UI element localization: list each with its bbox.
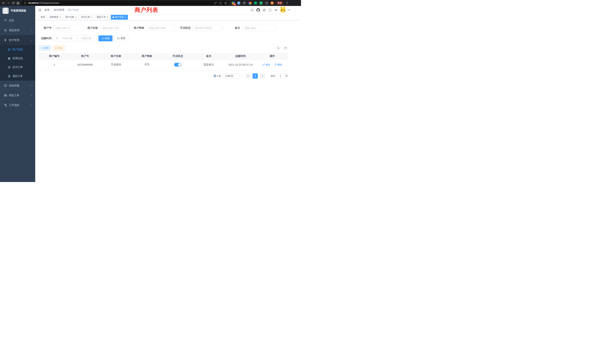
start-date-placeholder: 开始日期 [60, 37, 75, 40]
sidebar-item-system[interactable]: 系统管理 [0, 25, 35, 35]
tab-close-icon[interactable]: × [60, 16, 61, 18]
export-button[interactable]: 导出 [53, 45, 64, 51]
home-icon[interactable] [16, 0, 20, 5]
gear-icon [4, 29, 7, 32]
extension-icon-5[interactable] [254, 1, 257, 5]
column-header-actions: 操作 [257, 53, 288, 60]
edit-link[interactable]: 修改 [262, 63, 270, 66]
status-toggle[interactable] [174, 63, 182, 66]
tab-close-icon[interactable]: × [91, 16, 92, 18]
cell-full-name: 芋道源码 [100, 60, 131, 70]
tab-merchant-info[interactable]: 商户信息 × [111, 15, 128, 20]
tab-pay-order[interactable]: 支付订单 × [79, 15, 94, 20]
sidebar-item-home[interactable]: 首页 [0, 16, 35, 25]
column-header-short-name: 商户简称 [131, 53, 162, 60]
share-icon[interactable] [219, 2, 222, 4]
sidebar-item-pay-order[interactable]: 支付订单 [0, 63, 35, 72]
url-text[interactable]: localhost:1024/pay/merchant [28, 2, 212, 4]
chevron-down-icon [31, 104, 33, 106]
tab-close-icon[interactable]: × [75, 16, 76, 18]
filter-status: 开启状态 请选择开启状态 [180, 25, 223, 31]
extension-icon-1[interactable]: 10 [232, 1, 235, 5]
site-info-icon[interactable] [23, 2, 27, 4]
sidebar-item-workflow[interactable]: 工作流程 [0, 100, 35, 110]
forward-icon[interactable] [6, 0, 11, 5]
tab-close-icon[interactable]: × [107, 16, 108, 18]
refresh-table-button[interactable] [283, 45, 288, 51]
column-header-create-time: 创建时间 [224, 53, 257, 60]
sidebar-toggle-icon[interactable] [35, 6, 44, 14]
bookmark-star-icon[interactable] [224, 2, 228, 4]
app-logo[interactable]: 芋道管理系统 [0, 6, 35, 16]
sidebar-item-infrastructure[interactable]: 基础设施 [0, 81, 35, 90]
breadcrumb-current: 商户信息 [68, 8, 79, 12]
chevron-down-icon [31, 85, 33, 86]
reload-icon[interactable] [11, 0, 16, 5]
back-icon[interactable] [1, 0, 6, 5]
sidebar-item-merchant-info[interactable]: 商户信息 [0, 45, 35, 54]
tab-close-icon[interactable]: × [125, 16, 126, 18]
filter-create-time: 创建时间 开始日期 - 结束日期 [39, 35, 97, 41]
page-size-select[interactable]: 10条/页 [224, 73, 242, 79]
payment-submenu: 商户信息 应用信息 支付订单 [0, 45, 35, 81]
filter-merchant-name: 商户全称 [87, 25, 130, 31]
column-header-full-name: 商户全称 [100, 53, 131, 60]
calendar-icon [56, 37, 58, 40]
delete-link[interactable]: 删除 [274, 63, 282, 66]
chevron-down-icon [31, 94, 33, 96]
extension-icon-2[interactable] [237, 1, 240, 5]
next-page-button[interactable] [260, 73, 265, 79]
help-icon[interactable] [263, 9, 266, 12]
add-button[interactable]: 新增 [39, 45, 51, 51]
tab-process-form[interactable]: 流程表单 × [48, 15, 63, 20]
sidebar-item-refund-order[interactable]: 退款订单 [0, 72, 35, 81]
browser-update-button[interactable]: 更新 [276, 1, 284, 5]
chevron-up-icon [31, 39, 33, 41]
sidebar-item-devtools[interactable]: 研发工具 [0, 90, 35, 100]
fullscreen-icon[interactable] [269, 9, 272, 12]
search-icon[interactable] [251, 9, 254, 12]
cell-create-time: 2021-10-23 08:31:14 [224, 60, 257, 70]
table-tools [276, 45, 288, 51]
merchant-table: 商户编号 商户号 商户全称 商户简称 开启状态 备注 创建时间 操作 [39, 53, 288, 70]
font-size-icon[interactable]: TT [275, 9, 277, 11]
date-range-picker[interactable]: 开始日期 - 结束日期 [54, 35, 97, 41]
column-header-remark: 备注 [193, 53, 224, 60]
extension-icon-3[interactable] [243, 1, 246, 5]
sidebar-item-payment[interactable]: ¥ 支付管理 [0, 35, 35, 45]
password-key-icon[interactable] [214, 2, 217, 4]
pagination-goto: 前往 页 [271, 73, 288, 79]
tab-home[interactable]: 首页 [39, 15, 47, 20]
page-unit-label: 页 [285, 74, 288, 78]
merchant-name-input[interactable] [100, 25, 130, 31]
table-row: 1 M233666999 芋道源码 芋艿 我是备注 2021-10-23 08:… [39, 60, 288, 70]
status-select[interactable]: 请选择开启状态 [193, 25, 223, 31]
address-bar[interactable]: localhost:1024/pay/merchant [22, 1, 229, 5]
browser-menu-icon[interactable] [285, 1, 289, 5]
search-button[interactable]: 搜索 [98, 35, 112, 41]
breadcrumb-home[interactable]: 首页 [44, 8, 50, 12]
github-icon[interactable] [257, 8, 260, 12]
tab-user-group[interactable]: 用户分组 × [64, 15, 78, 20]
logo-avatar-image [2, 8, 9, 14]
sidebar-item-app-info[interactable]: 应用信息 [0, 54, 35, 63]
merchant-short-input[interactable] [146, 25, 176, 31]
browser-profile-avatar[interactable] [271, 1, 274, 5]
extension-icon-4[interactable] [248, 1, 251, 5]
extensions-puzzle-icon[interactable] [265, 1, 268, 5]
prev-page-button[interactable] [245, 73, 251, 79]
cell-status [162, 60, 193, 70]
tab-refund-order[interactable]: 退款订单 × [95, 15, 110, 20]
merchant-no-input[interactable] [54, 25, 83, 31]
extensions-area: 10 [232, 1, 274, 5]
reset-button[interactable]: 重置 [114, 35, 129, 41]
extension-icon-6[interactable] [259, 1, 263, 5]
remark-input[interactable] [242, 25, 277, 31]
user-avatar[interactable] [280, 7, 286, 13]
toggle-search-button[interactable] [276, 45, 281, 51]
page-1-button[interactable]: 1 [253, 73, 258, 79]
cell-actions: 修改 删除 [257, 60, 288, 70]
user-menu-caret-icon[interactable] [288, 10, 290, 11]
goto-page-input[interactable] [277, 73, 284, 79]
breadcrumb-payment[interactable]: 支付管理 [54, 8, 64, 12]
